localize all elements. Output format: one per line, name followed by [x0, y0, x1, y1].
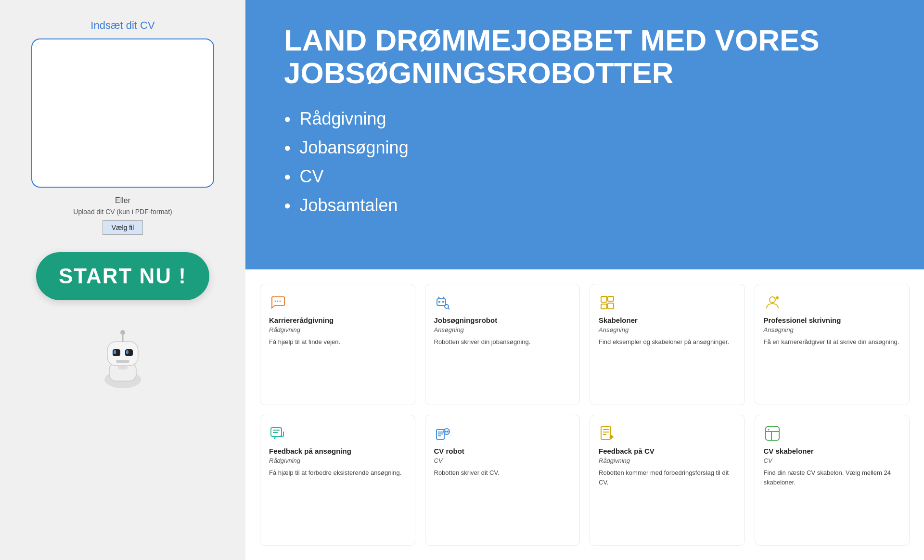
hero-title: LAND DRØMMEJOBBET MED VORES JOBSØGNINGSR…: [284, 24, 886, 89]
svg-rect-26: [608, 303, 614, 309]
card-desc-7: Find din næste CV skabelon. Vælg mellem …: [764, 468, 901, 487]
card-desc-3: Få en karriererådgiver til at skrive din…: [764, 337, 901, 347]
cv-feedback-icon: [599, 425, 616, 442]
hero-list-item-2: Jobansøgning: [284, 138, 886, 158]
svg-point-21: [445, 305, 449, 308]
card-category-3: Ansøgning: [764, 326, 901, 333]
card-2[interactable]: Skabeloner Ansøgning Find eksempler og s…: [590, 284, 745, 405]
cv-textarea[interactable]: [31, 38, 214, 188]
svg-rect-14: [437, 299, 446, 305]
svg-point-4: [120, 330, 125, 335]
cv-robot-icon: [434, 425, 451, 442]
robot-illustration: [89, 324, 156, 392]
svg-point-11: [275, 301, 276, 302]
card-desc-2: Find eksempler og skabeloner på ansøgnin…: [599, 337, 736, 347]
svg-rect-9: [116, 360, 129, 363]
hero-title-block: LAND DRØMMEJOBBET MED VORES JOBSØGNINGSR…: [284, 24, 886, 245]
cv-templates-icon: [764, 425, 781, 442]
card-category-5: CV: [434, 457, 571, 464]
card-5[interactable]: CV robot CV Robotten skriver dit CV.: [425, 415, 580, 546]
svg-rect-37: [447, 431, 449, 433]
hero-list: Rådgivning Jobansøgning CV Jobsamtalen: [284, 109, 886, 216]
feedback-app-icon: [269, 425, 286, 442]
svg-line-22: [448, 308, 449, 309]
card-6[interactable]: Feedback på CV Rådgivning Robotten komme…: [590, 415, 745, 546]
chat-icon: [269, 294, 286, 311]
pro-write-icon: [764, 294, 781, 311]
card-1[interactable]: Jobsøgningsrobot Ansøgning Robotten skri…: [425, 284, 580, 405]
start-button[interactable]: START NU !: [36, 252, 209, 300]
card-0[interactable]: Karriererådgivning Rådgivning Få hjælp t…: [260, 284, 415, 405]
card-7[interactable]: CV skabeloner CV Find din næste CV skabe…: [755, 415, 910, 546]
svg-rect-19: [438, 301, 440, 303]
hero-section: LAND DRØMMEJOBBET MED VORES JOBSØGNINGSR…: [245, 0, 924, 269]
card-4[interactable]: Feedback på ansøgning Rådgivning Få hjæl…: [260, 415, 415, 546]
template-icon: [599, 294, 616, 311]
card-title-7: CV skabeloner: [764, 447, 901, 455]
card-category-1: Ansøgning: [434, 326, 571, 333]
card-title-3: Professionel skrivning: [764, 316, 901, 324]
svg-rect-8: [126, 350, 128, 354]
svg-rect-7: [114, 350, 116, 354]
svg-rect-23: [601, 296, 607, 302]
card-title-2: Skabeloner: [599, 316, 736, 324]
cards-section: Karriererådgivning Rådgivning Få hjælp t…: [245, 269, 924, 560]
card-title-6: Feedback på CV: [599, 447, 736, 455]
hero-list-item-3: CV: [284, 166, 886, 187]
hero-list-item-4: Jobsamtalen: [284, 195, 886, 216]
card-desc-6: Robotten kommer med forbedringsforslag t…: [599, 468, 736, 487]
card-title-1: Jobsøgningsrobot: [434, 316, 571, 324]
cv-label: Indsæt dit CV: [90, 19, 154, 32]
svg-rect-38: [601, 427, 611, 439]
card-desc-4: Få hjælp til at forbedre eksisterende an…: [269, 468, 406, 478]
hero-list-item-1: Rådgivning: [284, 109, 886, 129]
card-desc-0: Få hjælp til at finde vejen.: [269, 337, 406, 347]
svg-point-27: [770, 297, 775, 303]
card-title-4: Feedback på ansøgning: [269, 447, 406, 455]
right-panel: LAND DRØMMEJOBBET MED VORES JOBSØGNINGSR…: [245, 0, 924, 560]
robot-search-icon: [434, 294, 451, 311]
card-title-0: Karriererådgivning: [269, 316, 406, 324]
card-category-7: CV: [764, 457, 901, 464]
upload-label: Upload dit CV (kun i PDF-format): [73, 208, 172, 216]
file-button[interactable]: Vælg fil: [103, 220, 143, 235]
svg-rect-24: [601, 304, 607, 309]
svg-point-17: [438, 297, 439, 298]
card-category-0: Rådgivning: [269, 326, 406, 333]
svg-rect-10: [118, 366, 128, 369]
svg-point-18: [443, 297, 444, 298]
or-text: Eller: [115, 196, 130, 205]
svg-rect-36: [445, 431, 447, 433]
card-3[interactable]: Professionel skrivning Ansøgning Få en k…: [755, 284, 910, 405]
svg-rect-25: [608, 296, 614, 301]
card-desc-1: Robotten skriver din jobansøgning.: [434, 337, 571, 347]
file-input-wrapper: Vælg fil: [103, 220, 143, 235]
svg-rect-20: [442, 301, 444, 303]
svg-point-12: [277, 301, 279, 302]
card-category-4: Rådgivning: [269, 457, 406, 464]
svg-rect-42: [766, 427, 779, 440]
card-desc-5: Robotten skriver dit CV.: [434, 468, 571, 478]
card-title-5: CV robot: [434, 447, 571, 455]
card-category-6: Rådgivning: [599, 457, 736, 464]
left-panel: Indsæt dit CV Eller Upload dit CV (kun i…: [0, 0, 245, 560]
svg-point-13: [280, 301, 281, 302]
card-category-2: Ansøgning: [599, 326, 736, 333]
